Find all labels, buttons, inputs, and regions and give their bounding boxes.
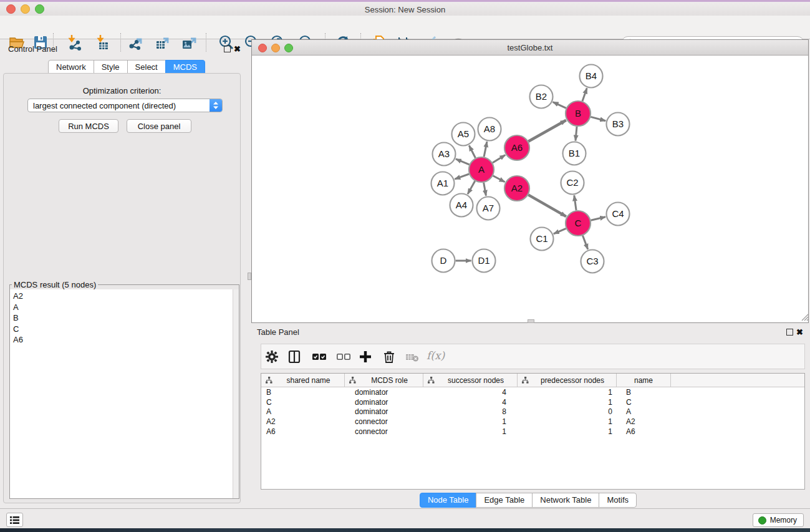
node-D[interactable]: D xyxy=(432,249,455,273)
table-settings-gear-icon[interactable] xyxy=(264,349,279,364)
import-network-icon[interactable] xyxy=(66,34,84,51)
result-list-item[interactable]: C xyxy=(13,324,233,335)
column-header-shared-name[interactable]: shared name xyxy=(261,374,345,387)
result-list-item[interactable]: A2 xyxy=(13,291,233,302)
edge-A-A5[interactable] xyxy=(469,145,475,158)
result-list-item[interactable]: A xyxy=(13,302,233,313)
node-A1[interactable]: A1 xyxy=(432,172,455,195)
edge-B-B2[interactable] xyxy=(553,102,566,109)
edge-A-A8[interactable] xyxy=(484,142,487,157)
edge-A-A1[interactable] xyxy=(455,174,469,179)
export-table-icon[interactable] xyxy=(154,34,171,51)
table-cell: A2 xyxy=(261,417,345,426)
edge-C-C2[interactable] xyxy=(574,195,576,210)
edge-A-A2[interactable] xyxy=(493,176,505,182)
node-B2[interactable]: B2 xyxy=(530,85,553,109)
edge-C-C1[interactable] xyxy=(554,228,566,234)
table-row[interactable]: Bdominator41B xyxy=(261,387,804,397)
node-A3[interactable]: A3 xyxy=(433,143,456,166)
result-scrollbar[interactable] xyxy=(233,289,239,498)
node-C3[interactable]: C3 xyxy=(581,250,604,273)
table-cell: A xyxy=(261,407,345,416)
node-C2[interactable]: C2 xyxy=(561,172,584,195)
node-label: C2 xyxy=(566,177,578,188)
network-canvas[interactable]: AA1A2A3A4A5A6A7A8BB1B2B3B4CC1C2C3C4DD1 xyxy=(252,56,808,322)
memory-label: Memory xyxy=(770,516,797,525)
control-panel-float-button[interactable] xyxy=(224,46,231,52)
edge-C-C4[interactable] xyxy=(591,217,605,221)
edge-A-A4[interactable] xyxy=(468,181,475,194)
horizontal-scrollbar-thumb[interactable] xyxy=(528,319,534,323)
node-B[interactable]: B xyxy=(566,101,591,126)
memory-button[interactable]: Memory xyxy=(753,513,804,527)
tab-network-table[interactable]: Network Table xyxy=(532,493,599,508)
table-row[interactable]: A6connector11A6 xyxy=(261,427,804,437)
node-C[interactable]: C xyxy=(566,211,591,236)
delete-column-icon[interactable] xyxy=(382,349,397,364)
column-header-MCDS-role[interactable]: MCDS role xyxy=(345,374,423,387)
node-table[interactable]: shared nameMCDS rolesuccessor nodesprede… xyxy=(261,373,805,490)
unselect-all-columns-icon[interactable] xyxy=(336,349,351,364)
network-window-titlebar[interactable]: testGlobe.txt xyxy=(252,40,808,56)
table-row[interactable]: A2connector11A2 xyxy=(261,417,804,427)
node-label: B4 xyxy=(586,70,597,81)
edge-A-A7[interactable] xyxy=(484,183,486,196)
column-visibility-icon[interactable] xyxy=(287,349,302,364)
add-column-icon[interactable] xyxy=(358,349,373,364)
edge-B-B4[interactable] xyxy=(582,88,587,101)
node-D1[interactable]: D1 xyxy=(473,249,496,273)
import-table-icon[interactable] xyxy=(95,34,112,51)
result-list-item[interactable]: A6 xyxy=(13,334,233,346)
control-panel-close-button[interactable]: ✖ xyxy=(234,46,241,52)
node-A6[interactable]: A6 xyxy=(504,135,529,160)
criterion-dropdown[interactable]: largest connected component (directed) xyxy=(27,99,223,112)
result-list-item[interactable]: B xyxy=(13,312,233,324)
node-B4[interactable]: B4 xyxy=(580,65,603,88)
node-C1[interactable]: C1 xyxy=(531,228,554,251)
close-panel-button[interactable]: Close panel xyxy=(127,119,191,133)
network-window-title: testGlobe.txt xyxy=(252,43,808,52)
tab-node-table[interactable]: Node Table xyxy=(420,493,477,508)
edge-A2-C[interactable] xyxy=(528,195,566,216)
node-A8[interactable]: A8 xyxy=(478,118,501,141)
node-C4[interactable]: C4 xyxy=(607,203,630,226)
table-cell: A2 xyxy=(617,417,671,426)
edge-A-A3[interactable] xyxy=(456,159,470,165)
column-header-filler xyxy=(671,374,804,387)
run-mcds-button[interactable]: Run MCDS xyxy=(59,119,118,133)
table-panel-close-button[interactable]: ✖ xyxy=(796,329,803,336)
edge-B-B3[interactable] xyxy=(591,117,605,120)
node-B1[interactable]: B1 xyxy=(563,142,586,165)
node-B3[interactable]: B3 xyxy=(607,113,630,136)
node-label: C xyxy=(575,218,582,228)
export-image-icon[interactable] xyxy=(181,34,198,51)
column-header-predecessor-nodes[interactable]: predecessor nodes xyxy=(518,374,617,387)
window-title: Session: New Session xyxy=(0,5,810,14)
panel-list-button[interactable] xyxy=(6,513,23,527)
table-row[interactable]: Adominator80A xyxy=(261,407,804,417)
node-A2[interactable]: A2 xyxy=(504,176,529,201)
column-header-name[interactable]: name xyxy=(617,374,671,387)
table-panel-float-button[interactable] xyxy=(786,329,793,336)
delete-table-icon[interactable] xyxy=(405,349,420,364)
mcds-result-list[interactable]: A2ABCA6 xyxy=(10,289,239,498)
tab-edge-table[interactable]: Edge Table xyxy=(476,493,533,508)
edge-A6-B[interactable] xyxy=(528,120,566,142)
mcds-result-box: MCDS result (5 nodes) A2ABCA6 xyxy=(9,280,239,499)
select-all-columns-icon[interactable] xyxy=(312,349,327,364)
column-header-successor-nodes[interactable]: successor nodes xyxy=(423,374,518,387)
edge-B-B1[interactable] xyxy=(576,127,577,141)
node-A[interactable]: A xyxy=(469,157,494,182)
main-titlebar[interactable]: Session: New Session xyxy=(0,2,810,16)
export-network-icon[interactable] xyxy=(127,34,145,51)
tab-motifs[interactable]: Motifs xyxy=(599,493,637,508)
node-A4[interactable]: A4 xyxy=(450,194,473,217)
edge-A-A6[interactable] xyxy=(493,155,505,163)
node-A5[interactable]: A5 xyxy=(452,123,475,146)
vertical-scrollbar-thumb[interactable] xyxy=(248,273,251,280)
window-resize-grip[interactable] xyxy=(800,311,809,321)
edge-C-C3[interactable] xyxy=(582,236,587,249)
node-A7[interactable]: A7 xyxy=(477,197,500,220)
function-builder-icon[interactable]: f(x) xyxy=(427,349,445,362)
table-row[interactable]: Cdominator41C xyxy=(261,397,804,407)
